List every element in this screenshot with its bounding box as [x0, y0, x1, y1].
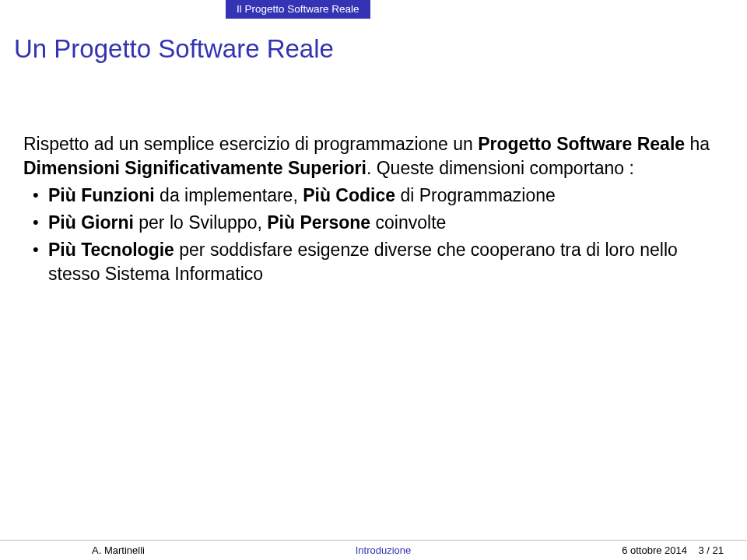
bullet-text-b: di Programmazione [395, 185, 556, 205]
list-item: Più Giorni per lo Sviluppo, Più Persone … [23, 211, 724, 235]
section-tab: Il Progetto Software Reale [226, 0, 370, 19]
intro-bold-1: Progetto Software Reale [478, 134, 685, 154]
bullet-bold-a: Più Giorni [48, 212, 134, 233]
bullet-bold-b: Più Codice [303, 185, 395, 205]
intro-text-2: ha [685, 134, 710, 154]
slide-title: Un Progetto Software Reale [14, 34, 334, 64]
footer-link[interactable]: Introduzione [356, 544, 412, 556]
intro-text-3: . Queste dimensioni comportano : [366, 158, 634, 178]
footer-page: 3 / 21 [698, 544, 724, 556]
slide-content: Rispetto ad un semplice esercizio di pro… [23, 132, 724, 286]
footer: A. Martinelli Introduzione 6 ottobre 201… [0, 540, 747, 560]
bullet-text-a: da implementare, [155, 185, 303, 205]
intro-bold-2: Dimensioni Significativamente Superiori [23, 158, 366, 178]
footer-center: Introduzione [145, 544, 622, 556]
bullet-text-b: coinvolte [370, 212, 446, 233]
list-item: Più Funzioni da implementare, Più Codice… [23, 184, 724, 208]
bullet-bold-a: Più Tecnologie [48, 240, 174, 260]
bullet-bold-b: Più Persone [267, 212, 370, 233]
intro-paragraph: Rispetto ad un semplice esercizio di pro… [23, 132, 724, 180]
intro-text-1: Rispetto ad un semplice esercizio di pro… [23, 134, 478, 154]
footer-date: 6 ottobre 2014 [622, 544, 687, 556]
bullet-bold-a: Più Funzioni [48, 185, 155, 205]
bullet-text-a: per lo Sviluppo, [134, 212, 267, 233]
footer-author: A. Martinelli [6, 544, 145, 556]
bullet-list: Più Funzioni da implementare, Più Codice… [23, 184, 724, 286]
footer-right: 6 ottobre 2014 3 / 21 [622, 544, 741, 556]
list-item: Più Tecnologie per soddisfare esigenze d… [23, 238, 724, 286]
